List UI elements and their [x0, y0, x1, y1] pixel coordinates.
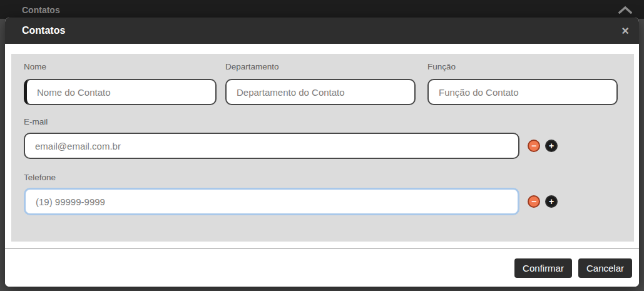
remove-telefone-button[interactable]: −	[528, 195, 540, 208]
departamento-label: Departamento	[225, 62, 279, 71]
background-section-header: Contatos	[0, 0, 644, 19]
modal-header: Contatos ×	[5, 18, 639, 44]
funcao-input[interactable]	[427, 79, 618, 105]
funcao-label: Função	[427, 62, 456, 71]
contacts-modal: Contatos × Nome Departamento Função E-ma…	[5, 18, 639, 287]
remove-email-button[interactable]: −	[528, 140, 540, 152]
departamento-input[interactable]	[225, 79, 416, 105]
nome-label: Nome	[24, 62, 46, 71]
telefone-input[interactable]	[24, 188, 519, 215]
confirm-button[interactable]: Confirmar	[514, 258, 572, 278]
add-telefone-button[interactable]: +	[545, 195, 558, 208]
nome-input[interactable]	[24, 79, 217, 105]
plus-icon: +	[549, 141, 554, 150]
telefone-label: Telefone	[24, 173, 56, 182]
email-label: E-mail	[24, 117, 48, 126]
chevron-up-icon[interactable]	[618, 6, 632, 14]
cancel-button[interactable]: Cancelar	[578, 258, 632, 278]
background-section-title: Contatos	[22, 5, 60, 15]
plus-icon: +	[549, 197, 554, 206]
contact-form-panel: Nome Departamento Função E-mail − + Tele…	[11, 54, 634, 242]
email-input[interactable]	[24, 133, 519, 159]
close-icon[interactable]: ×	[621, 24, 629, 37]
modal-footer: Confirmar Cancelar	[5, 248, 639, 287]
add-email-button[interactable]: +	[545, 140, 558, 152]
minus-icon: −	[531, 141, 536, 150]
minus-icon: −	[531, 197, 536, 206]
modal-title: Contatos	[22, 25, 65, 36]
